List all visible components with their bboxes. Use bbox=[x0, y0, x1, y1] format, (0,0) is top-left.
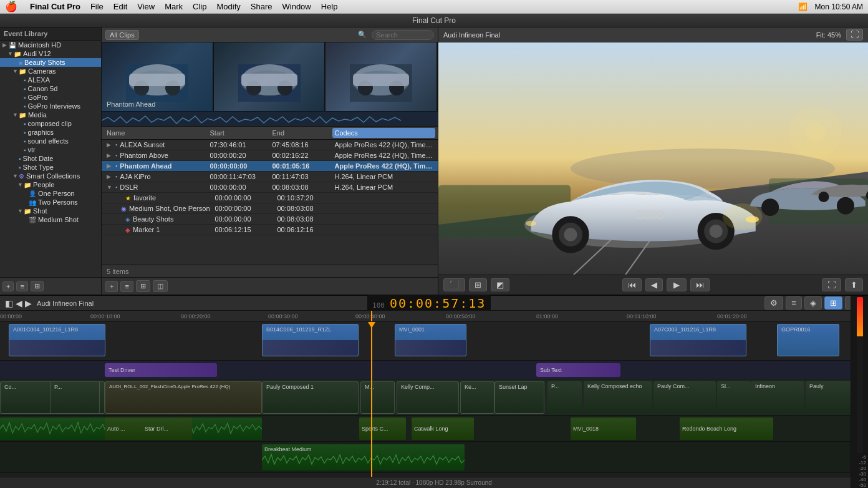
sports-c-clip[interactable]: Sports C... bbox=[359, 417, 406, 440]
prev-frame-button[interactable]: ⏮ bbox=[622, 278, 642, 291]
menu-help[interactable]: Help bbox=[321, 2, 338, 11]
timeline-clip[interactable]: A001C004_101216_L1R8 bbox=[9, 324, 105, 356]
all-clips-button[interactable]: All Clips bbox=[105, 30, 139, 40]
name-column-header[interactable]: Name bbox=[104, 128, 208, 138]
zoom-fit-button[interactable]: ⛶ bbox=[822, 278, 841, 291]
disclosure-icon[interactable] bbox=[17, 129, 24, 135]
text-clip[interactable]: Test Driver bbox=[105, 363, 217, 377]
sidebar-item-graphics[interactable]: ▪ graphics bbox=[0, 128, 101, 137]
pauly-comp2-clip[interactable]: Pauly Com... bbox=[653, 381, 716, 414]
sidebar-item-audi-v12[interactable]: ▼ 📁 Audi V12 bbox=[0, 49, 101, 58]
disclosure-icon[interactable]: ▼ bbox=[17, 182, 24, 188]
view-list-button[interactable]: ≡ bbox=[120, 281, 133, 292]
list-item[interactable]: ◉Medium Shot, One Person 00:00:00:00 00:… bbox=[102, 203, 438, 214]
sidebar-item-media[interactable]: ▼ 📁 Media bbox=[0, 110, 101, 119]
disclosure-icon[interactable] bbox=[12, 59, 19, 66]
sidebar-item-smart-collections[interactable]: ▼ ⚙ Smart Collections bbox=[0, 172, 101, 180]
ke-clip[interactable]: Ke... bbox=[460, 381, 494, 414]
disclosure-icon[interactable] bbox=[22, 217, 29, 223]
view-flow-button[interactable]: ◫ bbox=[153, 280, 168, 292]
p-clip[interactable]: P... bbox=[547, 381, 582, 414]
audio-clip-p[interactable]: P... bbox=[50, 381, 100, 414]
disclosure-icon[interactable] bbox=[22, 190, 29, 197]
timeline-view-button[interactable]: ≡ bbox=[786, 296, 802, 310]
catwalk-long-clip[interactable]: Catwalk Long bbox=[412, 417, 474, 440]
sidebar-item-macintosh-hd[interactable]: ▶ 💾 Macintosh HD bbox=[0, 41, 101, 49]
list-item[interactable]: ▶▪Phantom Ahead 00:00:00:00 00:01:05:16 … bbox=[102, 161, 438, 172]
kelly-comp-clip[interactable]: Kelly Comp... bbox=[397, 381, 459, 414]
list-item[interactable]: ▶▪AJA KiPro 00:00:11:47:03 00:11:47:03 H… bbox=[102, 172, 438, 182]
menu-file[interactable]: File bbox=[90, 2, 104, 11]
sidebar-item-one-person[interactable]: 👤 One Person bbox=[0, 189, 101, 198]
tracks-area[interactable]: A001C004_101216_L1R8 B014C006_101219_R1Z… bbox=[0, 322, 868, 477]
share-button[interactable]: ⬆ bbox=[845, 278, 863, 291]
clip-appearance-button[interactable]: ◩ bbox=[491, 278, 509, 291]
timeline-clip[interactable]: A07C003_101216_L1R8 bbox=[650, 324, 746, 356]
infineon-clip[interactable]: Infineon bbox=[751, 381, 804, 414]
filmstrip-clip-3[interactable] bbox=[326, 42, 438, 111]
sidebar-item-two-persons[interactable]: 👥 Two Persons bbox=[0, 198, 101, 207]
disclosure-icon[interactable] bbox=[17, 85, 24, 92]
disclosure-icon[interactable] bbox=[17, 120, 24, 127]
sidebar-view-button[interactable]: ≡ bbox=[16, 281, 27, 291]
list-item[interactable]: ★favorite 00:00:00:00 00:10:37:20 bbox=[102, 193, 438, 203]
mvi-0018-clip[interactable]: MVI_0018 bbox=[571, 417, 636, 440]
disclosure-icon[interactable] bbox=[17, 77, 24, 83]
match-frame-button[interactable]: ⊞ bbox=[469, 278, 487, 291]
disclosure-icon[interactable] bbox=[12, 155, 19, 162]
auto-clip[interactable]: Auto ... bbox=[105, 417, 142, 440]
view-filmstrip-button[interactable]: ⊞ bbox=[136, 280, 150, 292]
fullscreen-button[interactable]: ⛶ bbox=[846, 29, 863, 41]
disclosure-icon[interactable]: ▼ bbox=[17, 208, 24, 214]
text-clip-2[interactable]: Sub Text bbox=[536, 363, 620, 377]
sidebar-grid-button[interactable]: ⊞ bbox=[31, 281, 44, 291]
star-drive-clip[interactable]: Star Dri... bbox=[142, 417, 192, 440]
skimmer-button[interactable]: ◈ bbox=[804, 296, 822, 310]
sidebar-item-shot-type[interactable]: ▪ Shot Type bbox=[0, 163, 101, 172]
start-column-header[interactable]: Start bbox=[208, 128, 270, 138]
sidebar-item-people[interactable]: ▼ 📁 People bbox=[0, 180, 101, 189]
codecs-column-header[interactable]: Codecs bbox=[332, 128, 436, 138]
sidebar-item-alexa[interactable]: ▪ ALEXA bbox=[0, 76, 101, 84]
kelly-echo-clip[interactable]: Kelly Composed echo bbox=[584, 381, 652, 414]
toggle-panel-button[interactable]: ◧ bbox=[5, 298, 13, 308]
list-item[interactable]: ◆Marker 1 00:06:12:15 00:06:12:16 bbox=[102, 225, 438, 235]
timeline-clip[interactable]: B014C006_101219_R1ZL bbox=[262, 324, 359, 356]
disclosure-icon[interactable]: ▼ bbox=[12, 173, 19, 179]
next-button[interactable]: ▶ bbox=[25, 298, 32, 308]
disclosure-icon[interactable] bbox=[17, 147, 24, 153]
play-button[interactable]: ▶ bbox=[667, 278, 687, 291]
sidebar-item-shot-date[interactable]: ▪ Shot Date bbox=[0, 154, 101, 163]
sidebar-item-beauty-shots[interactable]: ■ Beauty Shots bbox=[0, 58, 101, 67]
disclosure-icon[interactable]: ▼ bbox=[7, 51, 14, 57]
pauly-clip[interactable]: Pauly Composed 1 bbox=[262, 381, 359, 414]
timeline-options-button[interactable]: ⚙ bbox=[764, 296, 783, 310]
breakbeat-clip[interactable]: Breakbeat Medium bbox=[262, 444, 465, 471]
add-clip-button[interactable]: + bbox=[105, 281, 118, 292]
list-item[interactable]: ◈Beauty Shots 00:00:00:00 00:08:03:08 bbox=[102, 214, 438, 225]
disclosure-icon[interactable] bbox=[17, 94, 24, 100]
sidebar-item-composed-clip[interactable]: ▪ composed clip bbox=[0, 119, 101, 128]
menu-modify[interactable]: Modify bbox=[217, 2, 241, 11]
sidebar-item-canon5d[interactable]: ▪ Canon 5d bbox=[0, 84, 101, 93]
menu-view[interactable]: View bbox=[137, 2, 155, 11]
m-clip[interactable]: M... bbox=[360, 381, 395, 414]
sidebar-item-gopro-interviews[interactable]: ▪ GoPro Interviews bbox=[0, 102, 101, 110]
sidebar-item-medium-shot[interactable]: 🎬 Medium Shot bbox=[0, 215, 101, 224]
apple-menu[interactable]: 🍎 bbox=[5, 1, 17, 12]
sidebar-tree[interactable]: ▶ 💾 Macintosh HD ▼ 📁 Audi V12 ■ Beauty S… bbox=[0, 41, 101, 277]
menu-mark[interactable]: Mark bbox=[165, 2, 183, 11]
sidebar-item-shot[interactable]: ▼ 📁 Shot bbox=[0, 207, 101, 215]
timeline-clip[interactable]: MVI_0001 bbox=[395, 324, 466, 356]
sl-clip[interactable]: Sl... bbox=[717, 381, 751, 414]
sidebar-item-gopro[interactable]: ▪ GoPro bbox=[0, 93, 101, 102]
disclosure-icon[interactable]: ▼ bbox=[12, 112, 19, 118]
disclosure-icon[interactable] bbox=[22, 199, 29, 205]
disclosure-icon[interactable] bbox=[12, 164, 19, 170]
menu-share[interactable]: Share bbox=[251, 2, 272, 11]
disclosure-icon[interactable]: ▶ bbox=[2, 42, 9, 48]
menu-edit[interactable]: Edit bbox=[113, 2, 127, 11]
search-input[interactable] bbox=[372, 30, 434, 40]
disclosure-icon[interactable] bbox=[17, 103, 24, 109]
connect-button[interactable]: ⬛ bbox=[443, 278, 465, 291]
